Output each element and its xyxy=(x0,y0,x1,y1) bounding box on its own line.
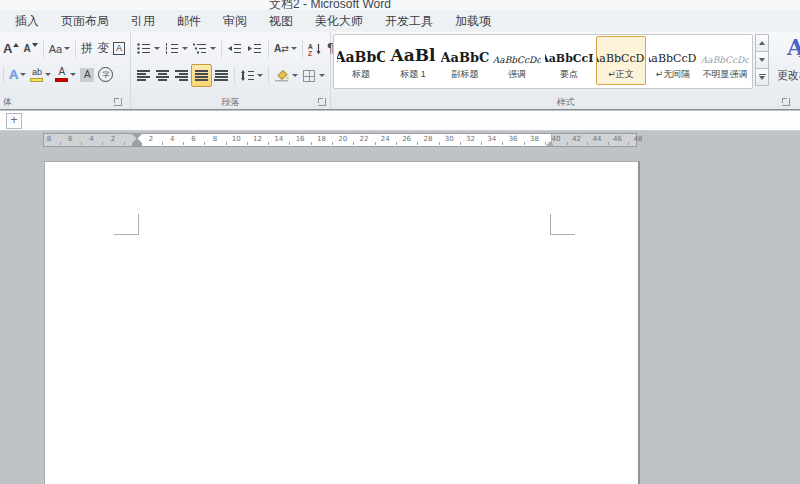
gallery-more-button[interactable] xyxy=(755,68,769,86)
pinyin-guide-button[interactable]: 拼 xyxy=(79,38,95,59)
style-item-不明显强调[interactable]: AaBbCcDc不明显强调 xyxy=(700,36,750,85)
align-center-button[interactable] xyxy=(153,65,172,86)
ruler-tick xyxy=(60,142,61,145)
style-item-无间隔[interactable]: AaBbCcDc↵无间隔 xyxy=(648,36,698,85)
document-page[interactable] xyxy=(44,161,640,484)
ribbon-group-styles: AaBbC标题AaBl标题 1AaBbC副标题AaBbCcDc强调AaBbCcD… xyxy=(331,32,800,109)
chevron-down-icon xyxy=(45,73,51,76)
ribbon-tab-审阅[interactable]: 审阅 xyxy=(212,10,258,32)
ribbon-tab-引用[interactable]: 引用 xyxy=(120,10,166,32)
character-convert-button[interactable]: 变 xyxy=(95,38,111,59)
style-item-要点[interactable]: AaBbCcD要点 xyxy=(544,36,594,85)
ruler-number: 40 xyxy=(552,135,561,143)
change-case-button[interactable]: Aa xyxy=(47,38,72,59)
style-item-正文[interactable]: AaBbCcDc↵正文 xyxy=(596,36,646,85)
gallery-scroll-down-button[interactable] xyxy=(755,51,769,69)
distribute-button[interactable] xyxy=(212,65,231,86)
ruler-number: 12 xyxy=(253,135,262,143)
ruler-tick xyxy=(439,142,440,145)
style-item-强调[interactable]: AaBbCcDc强调 xyxy=(492,36,542,85)
ribbon-tab-插入[interactable]: 插入 xyxy=(4,10,50,32)
enclose-character-button[interactable]: 字 xyxy=(96,64,115,85)
justify-button[interactable] xyxy=(191,64,212,87)
shading-button[interactable] xyxy=(272,65,300,86)
line-spacing-button[interactable] xyxy=(238,65,265,86)
dialog-launcher-icon[interactable] xyxy=(318,98,326,106)
multilevel-list-button[interactable] xyxy=(190,38,218,59)
bullets-button[interactable] xyxy=(134,38,162,59)
increase-indent-icon xyxy=(247,42,263,55)
gallery-scroll-up-button[interactable] xyxy=(755,34,769,52)
style-item-标题 1[interactable]: AaBl标题 1 xyxy=(388,36,438,85)
divider xyxy=(221,40,222,58)
divider xyxy=(268,40,269,58)
window-title: 文档2 - Microsoft Word xyxy=(0,0,660,10)
chevron-down-icon xyxy=(182,47,188,50)
numbering-button[interactable] xyxy=(162,38,190,59)
font-color-button[interactable]: A xyxy=(53,64,78,85)
shrink-font-button[interactable]: A xyxy=(21,38,39,59)
style-sample: AaBbCcD xyxy=(545,41,593,65)
style-sample: AaBl xyxy=(389,41,437,65)
character-shading-button[interactable]: A xyxy=(78,64,96,85)
decrease-indent-button[interactable] xyxy=(225,38,245,59)
new-tab-button[interactable]: + xyxy=(6,113,22,129)
decrease-indent-icon xyxy=(227,42,243,55)
ruler-number: 48 xyxy=(634,135,643,143)
margin-cropmark-topright-icon xyxy=(550,214,575,235)
ruler-tick xyxy=(375,142,376,145)
margin-cropmark-topleft-icon xyxy=(114,214,139,235)
text-highlight-button[interactable]: ab xyxy=(28,64,53,85)
ribbon-tab-开发工具[interactable]: 开发工具 xyxy=(374,10,444,32)
ruler-number: 16 xyxy=(296,135,305,143)
word-window: 文档2 - Microsoft Word 插入页面布局引用邮件审阅视图美化大师开… xyxy=(0,0,800,484)
ribbon-group-font: A A Aa 拼 变 xyxy=(0,32,131,109)
ribbon-tab-页面布局[interactable]: 页面布局 xyxy=(50,10,120,32)
asian-layout-button[interactable]: A ⇄ xyxy=(272,38,299,59)
ribbon-tab-加载项[interactable]: 加载项 xyxy=(444,10,502,32)
text-effects-button[interactable]: A xyxy=(7,64,28,85)
dialog-launcher-icon[interactable] xyxy=(782,98,790,106)
paint-bucket-icon xyxy=(274,69,290,82)
ruler-number: 34 xyxy=(487,135,496,143)
align-left-button[interactable] xyxy=(134,65,153,86)
divider xyxy=(268,67,269,85)
increase-indent-button[interactable] xyxy=(245,38,265,59)
swap-arrows-icon: ⇄ xyxy=(281,44,289,54)
ruler-tick xyxy=(102,142,103,145)
style-label: 标题 xyxy=(337,68,385,81)
grow-font-button[interactable]: A xyxy=(1,38,21,59)
ribbon-tab-视图[interactable]: 视图 xyxy=(258,10,304,32)
horizontal-ruler[interactable]: 8642246810121416182022242628303234363840… xyxy=(43,133,637,147)
ribbon-tab-美化大师[interactable]: 美化大师 xyxy=(304,10,374,32)
ruler-tick xyxy=(545,142,546,145)
ruler-tick xyxy=(226,142,227,145)
character-border-button[interactable]: A xyxy=(111,38,127,59)
style-sample: AaBbC xyxy=(441,41,489,65)
ribbon-group-paragraph: A ⇄ AZ ¶ xyxy=(131,32,331,109)
ruler-tick xyxy=(162,142,163,145)
ruler-tick xyxy=(247,142,248,145)
ribbon-tab-邮件[interactable]: 邮件 xyxy=(166,10,212,32)
ruler-tick xyxy=(502,142,503,145)
left-indent-marker[interactable] xyxy=(132,143,142,146)
paragraph-group-label: 段落 xyxy=(131,96,330,108)
titlebar: 文档2 - Microsoft Word xyxy=(0,0,800,10)
ruler-tick xyxy=(608,142,609,145)
borders-button[interactable] xyxy=(300,65,327,86)
ruler-tick xyxy=(311,142,312,145)
ruler-tick xyxy=(204,142,205,145)
borders-grid-icon xyxy=(302,69,317,83)
align-right-button[interactable] xyxy=(172,65,191,86)
style-sample: AaBbCcDc xyxy=(597,41,645,65)
dialog-launcher-icon[interactable] xyxy=(114,98,122,106)
ruler-tick xyxy=(81,142,82,145)
multilevel-list-icon xyxy=(192,42,208,55)
ruler-number: 44 xyxy=(593,135,602,143)
style-item-标题[interactable]: AaBbC标题 xyxy=(336,36,386,85)
ruler-number: 2 xyxy=(149,135,153,143)
sort-button[interactable]: AZ xyxy=(306,38,325,59)
chevron-down-icon xyxy=(64,47,70,50)
style-item-副标题[interactable]: AaBbC副标题 xyxy=(440,36,490,85)
ruler-number: 14 xyxy=(274,135,283,143)
